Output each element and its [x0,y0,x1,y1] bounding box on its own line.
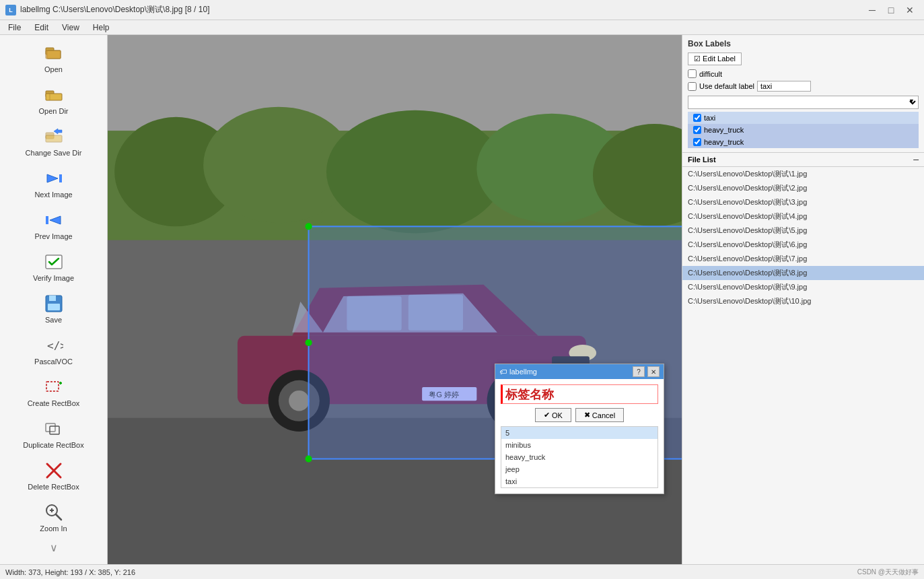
cancel-icon: ✖ [584,411,590,419]
save-label: Save [45,316,62,324]
next-image-icon [43,168,65,189]
label-taxi-checkbox[interactable] [693,114,701,122]
delete-rect-box-button[interactable]: Delete RectBox [7,455,101,496]
svg-point-55 [305,339,312,346]
right-panel: Box Labels ☑ Edit Label difficult Use de… [682,35,924,564]
edit-label-checkbox-icon: ☑ [694,55,701,63]
dropdown-item[interactable]: 5 [501,427,658,439]
verify-image-button[interactable]: Verify Image [7,246,101,287]
edit-label-button[interactable]: ☑ Edit Label [688,53,742,65]
file-list-item[interactable]: C:\Users\Lenovo\Desktop\测试\4.jpg [682,209,924,224]
delete-rect-box-label: Delete RectBox [28,483,79,491]
label-item-heavy2[interactable]: heavy_truck [688,136,919,148]
dialog-title-controls: ? ✕ [633,366,660,377]
file-list-item[interactable]: C:\Users\Lenovo\Desktop\测试\10.jpg [682,294,924,308]
box-labels-section: Box Labels ☑ Edit Label difficult Use de… [682,35,924,153]
zoom-in-label: Zoom In [40,524,67,533]
dialog-question-button[interactable]: ? [633,366,645,377]
label-name-input[interactable] [501,384,658,404]
file-list-item[interactable]: C:\Users\Lenovo\Desktop\测试\2.jpg [682,181,924,195]
menu-edit[interactable]: Edit [29,22,54,34]
label-item-heavy1[interactable]: heavy_truck [688,124,919,136]
difficult-checkbox[interactable] [688,69,697,78]
delete-rect-box-icon [43,460,65,481]
file-list-collapse-icon[interactable]: ─ [913,156,919,164]
dialog-close-button[interactable]: ✕ [647,366,660,377]
change-save-dir-label: Change Save Dir [26,149,82,157]
label-item-taxi[interactable]: taxi [688,112,919,124]
open-icon [43,42,65,64]
svg-rect-7 [46,135,62,142]
label-heavy1-checkbox[interactable] [693,126,701,134]
file-list-title: File List [688,156,716,164]
maximize-button[interactable]: □ [882,3,900,17]
verify-image-icon [43,251,65,273]
minimize-button[interactable]: ─ [863,3,881,17]
more-items-indicator: ∨ [50,541,58,554]
file-list-section: File List ─ C:\Users\Lenovo\Desktop\测试\1… [682,153,924,564]
file-list-item[interactable]: C:\Users\Lenovo\Desktop\测试\3.jpg [682,195,924,209]
dialog-ok-button[interactable]: ✔ OK [535,408,571,422]
status-bar: Width: 373, Height: 193 / X: 385, Y: 216… [0,564,924,579]
pascal-voc-button[interactable]: </> PascalVOC [7,330,101,370]
dropdown-item[interactable]: minibus [501,439,658,451]
file-list-item[interactable]: C:\Users\Lenovo\Desktop\测试\1.jpg [682,167,924,181]
prev-image-button[interactable]: Prev Image [7,205,101,245]
svg-point-54 [305,456,312,463]
default-label-input[interactable] [757,81,811,92]
file-list-item[interactable]: C:\Users\Lenovo\Desktop\测试\6.jpg [682,238,924,252]
create-rect-box-button[interactable]: Create RectBox [7,372,101,412]
svg-rect-17 [46,382,59,391]
open-button[interactable]: Open [7,38,101,78]
duplicate-rect-box-icon [43,418,65,440]
dropdown-item[interactable]: heavy_truck [501,451,658,463]
file-list-item[interactable]: C:\Users\Lenovo\Desktop\测试\9.jpg [682,280,924,294]
dialog-title-icon: 🏷 [499,368,507,376]
app-icon: L [5,5,16,15]
next-image-button[interactable]: Next Image [7,163,101,203]
file-list-item[interactable]: C:\Users\Lenovo\Desktop\测试\8.jpg [682,266,924,280]
svg-marker-8 [47,174,58,182]
use-default-label-checkbox[interactable] [688,82,697,91]
label-dialog: 🏷 labellmg ? ✕ ✔ OK ✖ Cancel [495,364,664,494]
label-heavy2-checkbox[interactable] [693,138,701,146]
use-default-label-text: Use default label [699,82,754,90]
next-image-label: Next Image [34,191,72,199]
label-dropdown-list: 5minibusheavy_truckjeeptaxi [501,426,658,488]
zoom-in-button[interactable]: Zoom In [7,497,101,537]
label-heavy2-name: heavy_truck [704,138,744,146]
svg-rect-20 [46,423,55,432]
save-icon [43,293,65,314]
box-labels-title: Box Labels [688,39,919,48]
change-save-dir-icon [43,126,65,147]
create-rect-box-label: Create RectBox [28,399,80,407]
duplicate-rect-box-label: Duplicate RectBox [23,441,84,449]
edit-label-text: Edit Label [703,55,736,63]
change-save-dir-button[interactable]: Change Save Dir [7,121,101,162]
pascal-voc-label: PascalVOC [34,357,73,366]
ok-label: OK [552,411,563,419]
svg-point-52 [305,223,312,230]
pascal-voc-icon: </> [43,335,65,356]
left-toolbar: Open Open Dir Change Save [0,35,108,564]
svg-marker-10 [50,216,61,224]
file-list-item[interactable]: C:\Users\Lenovo\Desktop\测试\5.jpg [682,224,924,238]
dropdown-item[interactable]: jeep [501,463,658,475]
prev-image-icon [43,209,65,231]
open-dir-label: Open Dir [38,107,68,115]
menu-view[interactable]: View [57,22,85,34]
duplicate-rect-box-button[interactable]: Duplicate RectBox [7,413,101,454]
dialog-cancel-button[interactable]: ✖ Cancel [575,408,624,422]
file-list-items: C:\Users\Lenovo\Desktop\测试\1.jpgC:\Users… [682,167,924,564]
close-button[interactable]: ✕ [901,3,919,17]
save-button[interactable]: Save [7,288,101,329]
dropdown-item[interactable]: taxi [501,475,658,487]
label-list: taxi heavy_truck heavy_truck [688,112,919,148]
menu-file[interactable]: File [3,22,26,34]
label-filter-select[interactable] [688,96,919,109]
open-dir-button[interactable]: Open Dir [7,79,101,120]
menu-help[interactable]: Help [87,22,115,34]
svg-point-43 [289,390,309,411]
svg-rect-21 [50,426,59,434]
file-list-item[interactable]: C:\Users\Lenovo\Desktop\测试\7.jpg [682,252,924,266]
